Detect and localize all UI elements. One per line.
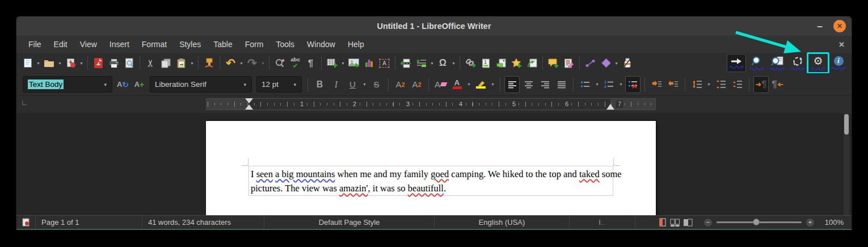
undo-button[interactable]: ↶ <box>223 55 238 72</box>
paste-dropdown[interactable]: ▾ <box>189 61 195 66</box>
left-to-right-button[interactable]: ➜¶ <box>753 76 769 93</box>
open-dropdown[interactable]: ▾ <box>57 61 63 66</box>
font-color-button[interactable]: A <box>449 76 465 93</box>
cut-button[interactable]: ✂ <box>143 55 158 72</box>
copy-button[interactable] <box>158 55 174 72</box>
unordered-list-button[interactable] <box>578 76 593 93</box>
menu-insert[interactable]: Insert <box>103 37 136 51</box>
page-style-status[interactable]: Default Page Style <box>264 216 435 229</box>
special-character-button[interactable]: Ω <box>435 55 450 72</box>
show-draw-functions-button[interactable] <box>620 55 635 72</box>
insert-cross-reference-button[interactable] <box>524 55 540 72</box>
close-document-icon[interactable]: ✕ <box>838 40 845 49</box>
highlight-color-dropdown[interactable]: ▾ <box>490 82 496 87</box>
menu-styles[interactable]: Styles <box>173 37 207 51</box>
right-to-left-button[interactable]: ¶➜ <box>770 76 785 93</box>
single-page-view-icon[interactable] <box>659 218 667 227</box>
superscript-button[interactable]: A2 <box>393 76 408 93</box>
menu-help[interactable]: Help <box>342 37 370 51</box>
new-document-button[interactable] <box>20 55 35 72</box>
lt-about-button[interactable]: i <box>829 54 848 72</box>
strikethrough-button[interactable]: S <box>369 76 384 93</box>
spelling-button[interactable]: abc✔ <box>288 55 303 72</box>
insert-table-dropdown[interactable]: ▾ <box>340 61 346 66</box>
align-left-button[interactable] <box>504 76 520 93</box>
menu-view[interactable]: View <box>74 37 103 51</box>
menu-window[interactable]: Window <box>301 37 342 51</box>
special-character-dropdown[interactable]: ▾ <box>450 61 457 66</box>
zoom-out-button[interactable]: − <box>704 219 712 227</box>
underline-button[interactable]: U <box>345 76 360 93</box>
insert-bookmark-button[interactable] <box>509 55 524 72</box>
clone-formatting-button[interactable] <box>201 55 217 72</box>
underline-dropdown[interactable]: ▾ <box>361 82 368 87</box>
insert-hyperlink-button[interactable] <box>463 55 478 72</box>
highlight-color-button[interactable] <box>473 76 488 93</box>
bold-button[interactable]: B <box>312 76 327 93</box>
export-pdf-button[interactable] <box>91 55 106 72</box>
unordered-list-dropdown[interactable]: ▾ <box>594 82 600 87</box>
insert-mode-status[interactable]: I﹍ <box>570 216 635 229</box>
word-count-status[interactable]: 41 words, 234 characters <box>142 216 264 229</box>
insert-line-button[interactable] <box>583 55 598 72</box>
multi-page-view-icon[interactable] <box>670 218 680 227</box>
insert-chart-button[interactable] <box>361 55 377 72</box>
page-count-status[interactable]: Page 1 of 1 <box>36 216 142 229</box>
paragraph-style-combo[interactable]: Text Body ▾ <box>23 76 112 93</box>
menu-tools[interactable]: Tools <box>269 37 301 51</box>
insert-endnote-button[interactable] <box>494 55 509 72</box>
decrease-paragraph-spacing-button[interactable] <box>730 76 745 93</box>
document-page[interactable]: I seen a big mountains when me and my fa… <box>206 121 656 217</box>
new-document-dropdown[interactable]: ▾ <box>35 61 41 66</box>
subscript-button[interactable]: A2 <box>409 76 424 93</box>
no-list-button[interactable] <box>625 76 641 93</box>
zoom-slider-handle[interactable] <box>753 219 760 225</box>
lt-settings-button[interactable]: ⚙ <box>808 54 828 72</box>
formatting-marks-button[interactable]: ¶ <box>303 55 318 72</box>
font-name-dropdown[interactable]: ▾ <box>241 82 249 87</box>
update-style-button[interactable]: A↻ <box>115 76 130 93</box>
print-button[interactable] <box>106 55 121 72</box>
paste-button[interactable] <box>174 55 189 72</box>
menu-form[interactable]: Form <box>239 37 270 51</box>
zoom-level[interactable]: 100% <box>820 218 852 227</box>
insert-field-dropdown[interactable]: ▾ <box>429 61 435 66</box>
zoom-in-button[interactable]: + <box>806 219 814 227</box>
close-button[interactable]: ✕ <box>833 20 846 32</box>
insert-text-box-button[interactable]: A <box>377 55 392 72</box>
lt-check-text-button[interactable] <box>747 54 766 72</box>
line-spacing-button[interactable] <box>689 76 705 93</box>
paragraph-style-dropdown[interactable]: ▾ <box>101 82 109 87</box>
minimize-button[interactable]: – <box>814 20 825 32</box>
redo-dropdown[interactable]: ▾ <box>260 61 266 66</box>
zoom-slider[interactable] <box>717 221 802 223</box>
vertical-scrollbar[interactable] <box>844 113 849 217</box>
insert-page-break-button[interactable] <box>398 55 414 72</box>
lt-check-document-button[interactable] <box>768 54 787 72</box>
line-spacing-dropdown[interactable]: ▾ <box>706 82 712 87</box>
indent-marker-left[interactable] <box>245 98 253 110</box>
indent-marker-right[interactable] <box>606 104 614 110</box>
book-view-icon[interactable] <box>683 218 693 227</box>
open-button[interactable] <box>41 55 57 72</box>
menu-edit[interactable]: Edit <box>48 37 74 51</box>
basic-shapes-dropdown[interactable]: ▾ <box>613 61 620 66</box>
align-center-button[interactable] <box>521 76 536 93</box>
print-preview-button[interactable] <box>121 55 137 72</box>
horizontal-ruler[interactable]: 1 2 3 4 5 6 7 <box>206 98 656 110</box>
italic-button[interactable]: I <box>328 76 344 93</box>
redo-button[interactable]: ↷ <box>245 55 260 72</box>
clear-formatting-button[interactable]: A <box>433 76 448 93</box>
menu-table[interactable]: Table <box>207 37 238 51</box>
increase-indent-button[interactable] <box>649 76 664 93</box>
decrease-indent-button[interactable] <box>665 76 681 93</box>
increase-paragraph-spacing-button[interactable] <box>713 76 728 93</box>
new-style-button[interactable]: A+ <box>132 76 147 93</box>
insert-field-button[interactable] <box>414 55 429 72</box>
basic-shapes-button[interactable] <box>598 55 613 72</box>
lt-autocheck-button[interactable] <box>727 54 746 72</box>
justify-button[interactable] <box>554 76 569 93</box>
insert-footnote-button[interactable]: 1 <box>478 55 494 72</box>
scrollbar-thumb[interactable] <box>844 114 849 135</box>
font-size-dropdown[interactable]: ▾ <box>290 82 299 87</box>
